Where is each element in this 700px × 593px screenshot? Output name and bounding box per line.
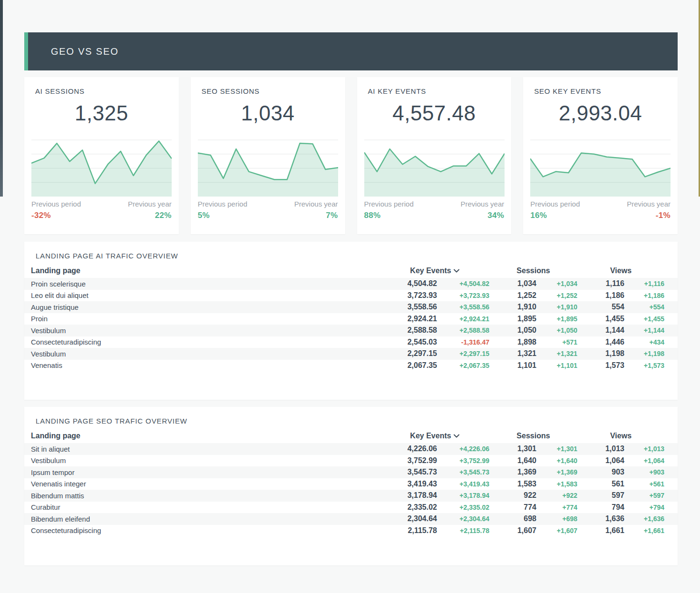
table-row: Bibendum eleifend2,304.64+2,304.64698+69… — [24, 513, 678, 525]
chevron-down-icon — [454, 269, 459, 273]
table-header-row: Landing page Key Events Sessions Views — [24, 430, 678, 442]
key-events-value: 3,545.73 — [380, 468, 437, 476]
column-header-sessions: Sessions — [489, 432, 577, 440]
sessions-value: 1,321 — [489, 349, 536, 358]
key-events-value: 2,545.03 — [380, 338, 437, 346]
kpi-title: AI SESSIONS — [35, 87, 85, 95]
sessions-value: 1,607 — [489, 526, 536, 535]
sessions-delta: +1,369 — [536, 468, 577, 476]
kpi-card-seo-key-events: SEO KEY EVENTS 2,993.04 Previous period … — [523, 77, 678, 234]
sessions-value: 1,050 — [489, 326, 536, 335]
kpi-value: 1,325 — [24, 103, 179, 124]
previous-period-change: -32% — [31, 211, 51, 220]
table-title: LANDING PAGE SEO TRAFIC OVERVIEW — [36, 417, 678, 425]
sessions-value: 1,895 — [489, 315, 536, 323]
views-value: 1,198 — [577, 349, 624, 358]
table-row: Vestibulum2,297.15+2,297.151,321+1,3211,… — [24, 348, 678, 360]
sessions-delta: +1,640 — [536, 457, 577, 465]
key-events-value: 2,115.78 — [380, 526, 437, 535]
sessions-value: 1,301 — [489, 445, 536, 453]
key-events-value: 3,723.93 — [380, 291, 437, 300]
key-events-delta: +2,588.58 — [437, 326, 489, 334]
report-header: GEO VS SEO — [24, 32, 678, 70]
key-events-value: 2,304.64 — [380, 514, 437, 523]
kpi-cards-row: AI SESSIONS 1,325 Previous period Previo… — [24, 77, 678, 234]
views-delta: +597 — [624, 492, 664, 499]
previous-period-label: Previous period — [530, 200, 580, 208]
table-row: Proin2,924.21+2,924.211,895+1,8951,455+1… — [24, 313, 678, 325]
key-events-value: 2,335.02 — [380, 503, 437, 512]
kpi-value: 2,993.04 — [523, 103, 678, 124]
column-header-landing-page: Landing page — [31, 432, 380, 440]
column-header-key-events-sort[interactable]: Key Events — [380, 432, 489, 440]
previous-year-label: Previous year — [461, 200, 505, 208]
table-row: Sit in aliquet4,226.06+4,226.061,301+1,3… — [24, 443, 678, 455]
views-delta: +561 — [624, 480, 664, 488]
views-delta: +434 — [624, 338, 664, 346]
kpi-title: SEO KEY EVENTS — [534, 87, 601, 95]
table-body: Sit in aliquet4,226.06+4,226.061,301+1,3… — [24, 443, 678, 536]
sessions-value: 1,898 — [489, 338, 536, 346]
key-events-delta: +3,723.93 — [437, 292, 489, 299]
kpi-value: 4,557.48 — [357, 103, 512, 124]
sessions-delta: +1,321 — [536, 350, 577, 357]
previous-year-label: Previous year — [627, 200, 671, 208]
previous-period-label: Previous period — [31, 200, 81, 208]
column-header-key-events-sort[interactable]: Key Events — [380, 267, 489, 275]
views-value: 597 — [577, 491, 624, 500]
dashboard-page: GEO VS SEO AI SESSIONS 1,325 Previous pe… — [0, 0, 700, 593]
key-events-delta: +3,419.43 — [437, 480, 489, 488]
views-value: 1,186 — [577, 291, 624, 300]
previous-year-change: 7% — [326, 211, 338, 220]
key-events-value: 2,588.58 — [380, 326, 437, 335]
sessions-value: 774 — [489, 503, 536, 512]
key-events-delta: +2,297.15 — [437, 350, 489, 357]
table-row: Augue tristique3,558.56+3,558.561,910+1,… — [24, 301, 678, 313]
kpi-card-seo-sessions: SEO SESSIONS 1,034 Previous period Previ… — [191, 77, 345, 234]
sessions-delta: +698 — [536, 515, 577, 523]
column-header-landing-page: Landing page — [31, 267, 380, 275]
landing-page-cell: Vestibulum — [31, 326, 380, 335]
sessions-delta: +1,301 — [536, 445, 577, 453]
landing-page-cell: Leo elit dui aliquet — [31, 291, 380, 299]
key-events-value: 3,558.56 — [380, 303, 437, 311]
key-events-value: 4,226.06 — [380, 445, 437, 453]
key-events-delta: +2,067.35 — [437, 362, 489, 369]
chevron-down-icon — [454, 434, 459, 438]
key-events-value: 4,504.82 — [380, 279, 437, 288]
key-events-delta: +4,226.06 — [437, 445, 489, 453]
key-events-delta: +2,115.78 — [437, 527, 489, 534]
table-body: Proin scelerisque4,504.82+4,504.821,034+… — [24, 278, 678, 371]
views-value: 1,455 — [577, 315, 624, 323]
key-events-value: 3,419.43 — [380, 480, 437, 488]
views-value: 1,573 — [577, 361, 624, 370]
views-delta: +903 — [624, 468, 664, 476]
left-edge-strip — [0, 0, 3, 197]
previous-period-change: 16% — [530, 211, 547, 220]
views-value: 1,446 — [577, 338, 624, 346]
table-row: Curabitur2,335.02+2,335.02774+774794+794 — [24, 502, 678, 514]
previous-year-change: 22% — [155, 211, 172, 220]
views-delta: +1,573 — [624, 362, 664, 369]
views-delta: +1,198 — [624, 350, 664, 357]
sessions-value: 1,252 — [489, 291, 536, 300]
sessions-value: 1,910 — [489, 303, 536, 311]
sessions-delta: +1,034 — [536, 280, 577, 287]
column-header-sessions: Sessions — [489, 267, 577, 275]
sessions-value: 1,101 — [489, 361, 536, 370]
table-row: Bibendum mattis3,178.94+3,178.94922+9225… — [24, 490, 678, 502]
key-events-delta: -1,316.47 — [437, 338, 489, 346]
landing-page-cell: Venenatis integer — [31, 480, 380, 488]
sessions-value: 1,640 — [489, 456, 536, 465]
sparkline-chart — [31, 139, 172, 197]
sessions-delta: +1,583 — [536, 480, 577, 488]
sessions-delta: +1,050 — [536, 326, 577, 334]
previous-period-change: 5% — [198, 211, 210, 220]
sparkline-chart — [198, 139, 338, 197]
column-header-views: Views — [577, 432, 664, 440]
sessions-delta: +571 — [536, 338, 577, 346]
key-events-delta: +2,924.21 — [437, 315, 489, 323]
kpi-card-ai-key-events: AI KEY EVENTS 4,557.48 Previous period P… — [357, 77, 512, 234]
views-delta: +1,661 — [624, 527, 664, 534]
key-events-delta: +3,752.99 — [437, 457, 489, 465]
